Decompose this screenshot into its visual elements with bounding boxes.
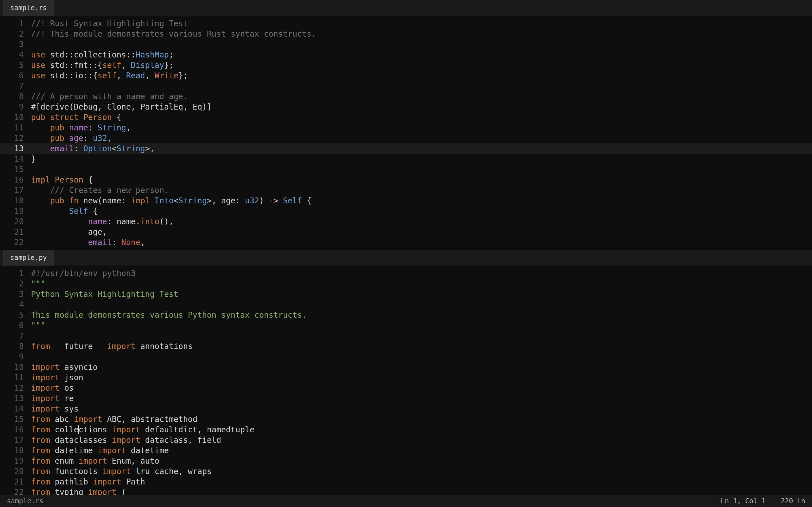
code-line[interactable]: 11import json [0,372,812,383]
line-number: 15 [0,164,24,175]
tab-sample-rs[interactable]: sample.rs [3,0,54,16]
code-text: import sys [24,404,79,414]
code-line[interactable]: 7 [0,331,812,341]
status-file-name[interactable]: sample.rs [7,497,43,505]
code-line[interactable]: 6use std::io::{self, Read, Write}; [0,70,812,81]
code-line[interactable]: 15 [0,164,812,175]
code-line[interactable]: 21from pathlib import Path [0,476,812,487]
code-line[interactable]: 6""" [0,320,812,331]
line-number: 8 [0,341,24,351]
code-line[interactable]: 14import sys [0,404,812,414]
code-line[interactable]: 22from typing import ( [0,487,812,495]
line-number: 21 [0,227,24,237]
code-line[interactable]: 15from abc import ABC, abstractmethod [0,414,812,425]
line-number: 13 [0,144,24,154]
code-line[interactable]: 5use std::fmt::{self, Display}; [0,60,812,70]
code-line[interactable]: 8from __future__ import annotations [0,341,812,351]
code-line[interactable]: 7 [0,81,812,91]
code-line[interactable]: 4use std::collections::HashMap; [0,50,812,60]
code-line[interactable]: 9 [0,351,812,362]
code-line[interactable]: 1#!/usr/bin/env python3 [0,268,812,279]
code-line[interactable]: 16from collections import defaultdict, n… [0,425,812,435]
line-number: 3 [0,289,24,299]
code-line[interactable]: 13 email: Option<String>, [0,144,812,154]
status-divider [773,498,773,504]
code-text: age, [24,227,107,237]
code-line[interactable]: 9#[derive(Debug, Clone, PartialEq, Eq)] [0,102,812,112]
code-text: pub struct Person { [24,112,121,122]
line-number: 4 [0,299,24,310]
line-number: 18 [0,195,24,206]
code-text: Self { [24,206,98,216]
line-number: 10 [0,112,24,122]
line-number: 13 [0,393,24,404]
code-text: pub age: u32, [24,133,112,144]
line-number: 10 [0,362,24,372]
code-line[interactable]: 19 Self { [0,206,812,216]
code-line[interactable]: 18from datetime import datetime [0,445,812,456]
code-line[interactable]: 22 email: None, [0,237,812,247]
code-text: from __future__ import annotations [24,341,193,351]
code-line[interactable]: 10import asyncio [0,362,812,372]
code-line[interactable]: 20 name: name.into(), [0,216,812,227]
code-text: import os [24,383,74,393]
code-line[interactable]: 17 /// Creates a new person. [0,185,812,195]
code-text: from datetime import datetime [24,445,169,456]
line-number: 14 [0,404,24,414]
tab-label: sample.py [10,254,47,262]
code-editor-python[interactable]: 1#!/usr/bin/env python32"""3Python Synta… [0,266,812,495]
code-line[interactable]: 3Python Syntax Highlighting Test [0,289,812,299]
tab-bar-rust: sample.rs [0,0,812,16]
code-lines: 1//! Rust Syntax Highlighting Test2//! T… [0,18,812,247]
code-text: Python Syntax Highlighting Test [24,289,179,299]
code-line[interactable]: 18 pub fn new(name: impl Into<String>, a… [0,195,812,206]
code-text: import json [24,372,83,383]
code-line[interactable]: 2""" [0,279,812,289]
code-text: This module demonstrates various Python … [24,310,307,320]
code-text: from enum import Enum, auto [24,456,159,466]
line-number: 11 [0,122,24,133]
line-number: 1 [0,18,24,29]
code-line[interactable]: 13import re [0,393,812,404]
code-editor-rust[interactable]: 1//! Rust Syntax Highlighting Test2//! T… [0,16,812,249]
code-line[interactable]: 4 [0,299,812,310]
code-line[interactable]: 17from dataclasses import dataclass, fie… [0,435,812,445]
code-text: use std::fmt::{self, Display}; [24,60,174,70]
line-number: 6 [0,320,24,331]
line-number: 20 [0,466,24,476]
code-line[interactable]: 12import os [0,383,812,393]
code-line[interactable]: 19from enum import Enum, auto [0,456,812,466]
code-text: name: name.into(), [24,216,174,227]
code-text: from collections import defaultdict, nam… [24,425,254,435]
line-number: 6 [0,70,24,81]
status-bar: sample.rs Ln 1, Col 1 220 Ln [0,495,812,507]
editor-pane-rust: sample.rs 1//! Rust Syntax Highlighting … [0,0,812,250]
code-line[interactable]: 5This module demonstrates various Python… [0,310,812,320]
line-number: 11 [0,372,24,383]
code-text: /// Creates a new person. [24,185,169,195]
code-line[interactable]: 8/// A person with a name and age. [0,91,812,102]
code-line[interactable]: 11 pub name: String, [0,122,812,133]
code-text: import re [24,393,74,404]
line-number: 18 [0,445,24,456]
line-number: 12 [0,383,24,393]
code-line[interactable]: 16impl Person { [0,175,812,185]
code-text: //! Rust Syntax Highlighting Test [24,18,188,29]
editor-window: sample.rs 1//! Rust Syntax Highlighting … [0,0,812,507]
code-lines: 1#!/usr/bin/env python32"""3Python Synta… [0,268,812,495]
code-text: pub fn new(name: impl Into<String>, age:… [24,195,312,206]
code-line[interactable]: 1//! Rust Syntax Highlighting Test [0,18,812,29]
code-line[interactable]: 20from functools import lru_cache, wraps [0,466,812,476]
code-line[interactable]: 21 age, [0,227,812,237]
line-number: 14 [0,154,24,164]
code-text: """ [24,320,45,331]
code-line[interactable]: 3 [0,39,812,50]
status-line-count: 220 Ln [781,497,805,505]
tab-sample-py[interactable]: sample.py [3,250,54,266]
status-cursor-position[interactable]: Ln 1, Col 1 [721,497,765,505]
line-number: 7 [0,331,24,341]
code-line[interactable]: 10pub struct Person { [0,112,812,122]
code-line[interactable]: 12 pub age: u32, [0,133,812,144]
code-line[interactable]: 2//! This module demonstrates various Ru… [0,29,812,39]
code-line[interactable]: 14} [0,154,812,164]
